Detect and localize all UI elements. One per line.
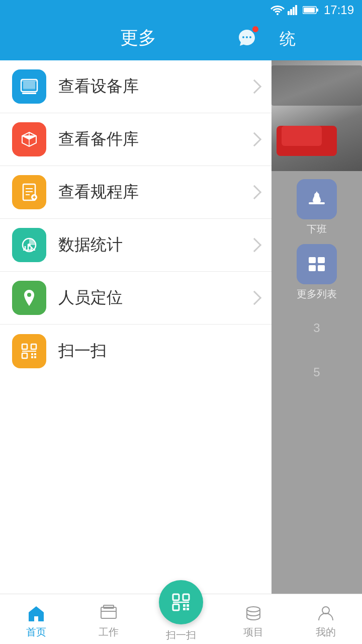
svg-rect-51 <box>187 608 189 610</box>
right-panel-number-3: 3 <box>280 321 354 335</box>
svg-rect-3 <box>295 5 297 15</box>
stats-icon-wrap <box>12 228 46 262</box>
off-duty-icon <box>305 187 329 211</box>
rules-chevron <box>247 185 261 199</box>
svg-rect-33 <box>22 344 27 349</box>
work-nav-label: 工作 <box>99 625 119 639</box>
project-nav-label: 项目 <box>243 625 263 639</box>
chat-badge <box>252 26 258 32</box>
right-panel: 统 下班 <box>272 0 362 644</box>
svg-rect-2 <box>293 7 295 15</box>
parts-chevron <box>247 132 261 146</box>
parts-icon-wrap <box>12 122 46 156</box>
stats-chevron <box>247 238 261 252</box>
home-nav-label: 首页 <box>26 625 46 639</box>
svg-point-53 <box>322 607 329 614</box>
chat-button[interactable] <box>234 25 259 50</box>
svg-rect-35 <box>22 353 27 358</box>
right-panel-app-icons: 下班 更多列表 3 5 <box>272 171 362 387</box>
scan-label: 扫一扫 <box>58 340 249 362</box>
signal-icon <box>288 5 300 15</box>
svg-rect-6 <box>304 8 315 13</box>
scan-menu-icon <box>19 341 39 361</box>
chart-icon <box>19 235 39 255</box>
device-icon <box>19 76 39 97</box>
right-panel-image <box>272 60 362 171</box>
svg-point-8 <box>246 36 248 38</box>
svg-point-7 <box>242 36 244 38</box>
svg-rect-10 <box>309 202 325 204</box>
rules-icon-wrap <box>12 175 46 209</box>
right-panel-title: 统 <box>280 28 296 50</box>
battery-icon <box>303 6 319 15</box>
svg-rect-12 <box>309 257 316 263</box>
svg-rect-41 <box>101 607 116 618</box>
status-bar-right: 17:19 <box>270 3 354 17</box>
svg-rect-14 <box>309 265 316 271</box>
off-duty-label: 下班 <box>307 222 327 236</box>
wifi-icon <box>270 5 285 15</box>
more-list-label: 更多列表 <box>297 287 337 301</box>
project-nav-icon <box>243 603 263 623</box>
svg-rect-19 <box>23 82 35 89</box>
stats-label: 数据统计 <box>58 234 249 256</box>
svg-rect-15 <box>318 265 325 271</box>
pin-icon <box>19 288 39 308</box>
svg-rect-1 <box>290 9 292 15</box>
bottom-nav: 首页 工作 扫一扫 <box>0 594 362 644</box>
svg-rect-38 <box>34 353 36 355</box>
equipment-chevron <box>247 79 261 94</box>
svg-rect-20 <box>22 93 36 94</box>
menu-panel: 查看设备库 查看备件库 查看规程库 <box>0 60 272 594</box>
equipment-icon-wrap <box>12 69 46 104</box>
svg-point-9 <box>249 36 251 38</box>
svg-rect-49 <box>187 604 189 607</box>
right-panel-icon-more-list[interactable]: 更多列表 <box>280 244 354 301</box>
right-panel-icon-off-duty[interactable]: 下班 <box>280 179 354 236</box>
menu-item-stats[interactable]: 数据统计 <box>0 219 272 272</box>
svg-point-52 <box>247 607 260 612</box>
menu-item-parts[interactable]: 查看备件库 <box>0 113 272 166</box>
mine-nav-label: 我的 <box>316 625 336 639</box>
nav-item-work[interactable]: 工作 <box>72 599 145 639</box>
nav-item-mine[interactable]: 我的 <box>290 599 362 639</box>
menu-item-equipment[interactable]: 查看设备库 <box>0 60 272 113</box>
svg-rect-50 <box>183 608 186 610</box>
work-nav-icon <box>99 603 119 623</box>
parts-label: 查看备件库 <box>58 128 249 150</box>
scan-nav-icon <box>169 590 193 614</box>
svg-rect-44 <box>173 594 179 600</box>
svg-rect-18 <box>21 80 37 82</box>
doc-icon <box>19 182 39 202</box>
svg-rect-48 <box>183 604 186 607</box>
nav-item-home[interactable]: 首页 <box>0 599 72 639</box>
header-title: 更多 <box>120 26 156 50</box>
menu-item-location[interactable]: 人员定位 <box>0 272 272 325</box>
scan-center-circle <box>159 580 203 624</box>
rules-label: 查看规程库 <box>58 181 249 203</box>
mine-nav-icon <box>316 603 336 623</box>
more-list-icon-box <box>297 244 337 284</box>
status-bar: 17:19 <box>0 0 362 20</box>
scan-nav-label: 扫一扫 <box>166 628 196 642</box>
svg-rect-13 <box>318 257 325 263</box>
svg-rect-34 <box>31 344 36 349</box>
svg-rect-40 <box>34 356 36 358</box>
off-duty-icon-box <box>297 179 337 219</box>
location-icon-wrap <box>12 281 46 315</box>
svg-rect-0 <box>288 11 290 15</box>
svg-rect-5 <box>316 9 318 12</box>
svg-point-32 <box>27 293 31 297</box>
box-icon <box>19 129 39 149</box>
home-nav-icon <box>26 603 46 623</box>
svg-rect-45 <box>183 594 189 600</box>
nav-item-project[interactable]: 项目 <box>217 599 290 639</box>
menu-item-scan[interactable]: 扫一扫 <box>0 325 272 377</box>
equipment-label: 查看设备库 <box>58 75 249 98</box>
svg-rect-37 <box>31 353 33 355</box>
menu-item-rules[interactable]: 查看规程库 <box>0 166 272 219</box>
more-list-icon <box>305 252 329 276</box>
nav-item-scan[interactable]: 扫一扫 <box>145 576 217 642</box>
right-panel-number-5: 5 <box>280 365 354 379</box>
svg-rect-39 <box>31 356 33 358</box>
